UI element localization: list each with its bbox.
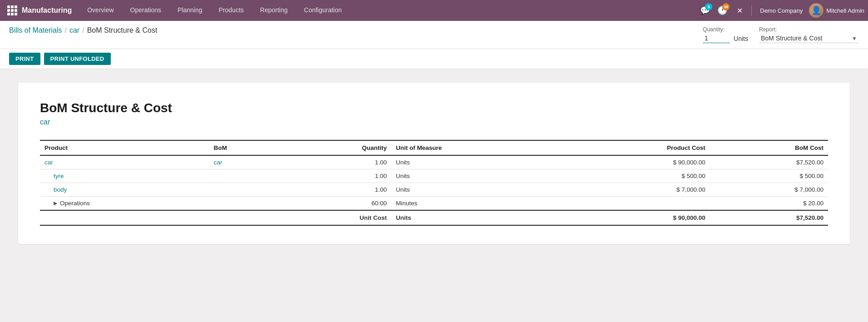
footer-bom-cost: $7,520.00 <box>710 210 828 225</box>
activity-icon[interactable]: 🕐 36 <box>715 3 730 18</box>
main-content: BoM Structure & Cost car Product BoM Qua… <box>0 69 868 296</box>
row-bom-cost: $ 500.00 <box>710 169 828 183</box>
row-product: car <box>40 155 209 169</box>
breadcrumb-car-link[interactable]: car <box>69 26 79 35</box>
nav-reporting[interactable]: Reporting <box>252 0 296 21</box>
nav-configuration[interactable]: Configuration <box>296 0 350 21</box>
col-quantity: Quantity <box>279 140 391 155</box>
row-quantity: 1.00 <box>279 155 391 169</box>
action-bar: PRINT PRINT UNFOLDED <box>0 49 868 69</box>
app-grid-icon[interactable] <box>7 5 17 15</box>
report-car-label: car <box>40 118 828 126</box>
breadcrumb-bills-link[interactable]: Bills of Materials <box>9 26 62 35</box>
expand-row: ▶ Operations <box>54 200 205 207</box>
avatar[interactable]: 👤 <box>809 3 824 18</box>
row-bom-cost: $ 7,000.00 <box>710 183 828 197</box>
col-uom: Unit of Measure <box>391 140 562 155</box>
row-uom: Units <box>391 183 562 197</box>
print-button[interactable]: PRINT <box>9 53 40 65</box>
report-select-wrapper: BoM Structure & Cost ▼ <box>759 34 859 43</box>
row-quantity: 1.00 <box>279 169 391 183</box>
activity-badge: 36 <box>722 3 730 10</box>
quantity-row: Units <box>703 34 748 43</box>
footer-product-cost: $ 90,000.00 <box>562 210 710 225</box>
row-uom: Minutes <box>391 197 562 211</box>
row-bom-cost: $ 20.00 <box>710 197 828 211</box>
topbar-right: 💬 5 🕐 36 ✕ Demo Company 👤 Mitchell Admin <box>698 3 864 18</box>
report-select[interactable]: BoM Structure & Cost <box>759 34 859 43</box>
product-link[interactable]: car <box>44 159 53 166</box>
close-icon[interactable]: ✕ <box>732 3 747 18</box>
row-bom-cost: $7,520.00 <box>710 155 828 169</box>
row-bom <box>209 169 279 183</box>
operations-label: Operations <box>60 200 90 207</box>
table-row: car car 1.00 Units $ 90,000.00 $7,520.00 <box>40 155 828 169</box>
bom-table: Product BoM Quantity Unit of Measure Pro… <box>40 140 828 226</box>
quantity-input[interactable] <box>703 34 730 43</box>
table-header-row: Product BoM Quantity Unit of Measure Pro… <box>40 140 828 155</box>
company-name[interactable]: Demo Company <box>756 7 806 14</box>
row-bom <box>209 183 279 197</box>
table-footer-row: Unit Cost Units $ 90,000.00 $7,520.00 <box>40 210 828 225</box>
col-bom: BoM <box>209 140 279 155</box>
row-product: ▶ Operations <box>40 197 209 211</box>
row-bom <box>209 197 279 211</box>
footer-label <box>40 210 209 225</box>
row-uom: Units <box>391 155 562 169</box>
report-controls: Quantity: Units Report: BoM Structure & … <box>703 26 859 43</box>
top-navigation: Manufacturing Overview Operations Planni… <box>0 0 868 21</box>
messages-badge: 5 <box>705 3 712 10</box>
report-card: BoM Structure & Cost car Product BoM Qua… <box>18 83 850 244</box>
row-quantity: 60:00 <box>279 197 391 211</box>
breadcrumb: Bills of Materials / car / BoM Structure… <box>9 26 157 35</box>
row-product-cost: $ 90,000.00 <box>562 155 710 169</box>
report-group: Report: BoM Structure & Cost ▼ <box>759 26 859 43</box>
table-row: body 1.00 Units $ 7,000.00 $ 7,000.00 <box>40 183 828 197</box>
breadcrumb-sep1: / <box>64 26 66 35</box>
expand-arrow-icon[interactable]: ▶ <box>54 200 57 206</box>
nav-products[interactable]: Products <box>211 0 252 21</box>
col-product: Product <box>40 140 209 155</box>
bom-link[interactable]: car <box>214 159 222 166</box>
row-uom: Units <box>391 169 562 183</box>
report-label: Report: <box>759 26 859 33</box>
breadcrumb-current: BoM Structure & Cost <box>87 26 158 35</box>
nav-planning[interactable]: Planning <box>169 0 211 21</box>
nav-operations[interactable]: Operations <box>122 0 169 21</box>
row-quantity: 1.00 <box>279 183 391 197</box>
app-brand[interactable]: Manufacturing <box>4 5 79 15</box>
col-bom-cost: BoM Cost <box>710 140 828 155</box>
row-product: tyre <box>40 169 209 183</box>
user-name[interactable]: Mitchell Admin <box>826 7 864 14</box>
row-product-cost: $ 500.00 <box>562 169 710 183</box>
footer-unit: Units <box>391 210 562 225</box>
breadcrumb-sep2: / <box>82 26 84 35</box>
col-product-cost: Product Cost <box>562 140 710 155</box>
quantity-group: Quantity: Units <box>703 26 748 43</box>
footer-unit-cost-label: Unit Cost <box>279 210 391 225</box>
row-bom: car <box>209 155 279 169</box>
nav-menu: Overview Operations Planning Products Re… <box>79 0 698 21</box>
row-product: body <box>40 183 209 197</box>
messages-icon[interactable]: 💬 5 <box>698 3 712 18</box>
nav-divider <box>751 5 752 16</box>
row-product-cost: $ 7,000.00 <box>562 183 710 197</box>
row-product-cost <box>562 197 710 211</box>
app-title: Manufacturing <box>22 6 72 15</box>
product-link[interactable]: body <box>54 186 67 193</box>
footer-empty <box>209 210 279 225</box>
product-link[interactable]: tyre <box>54 173 64 179</box>
units-label: Units <box>734 35 748 42</box>
print-unfolded-button[interactable]: PRINT UNFOLDED <box>44 53 111 65</box>
quantity-label: Quantity: <box>703 26 748 33</box>
nav-overview[interactable]: Overview <box>79 0 122 21</box>
breadcrumb-bar: Bills of Materials / car / BoM Structure… <box>0 21 868 49</box>
report-title: BoM Structure & Cost <box>40 101 828 115</box>
table-row: ▶ Operations 60:00 Minutes $ 20.00 <box>40 197 828 211</box>
table-row: tyre 1.00 Units $ 500.00 $ 500.00 <box>40 169 828 183</box>
